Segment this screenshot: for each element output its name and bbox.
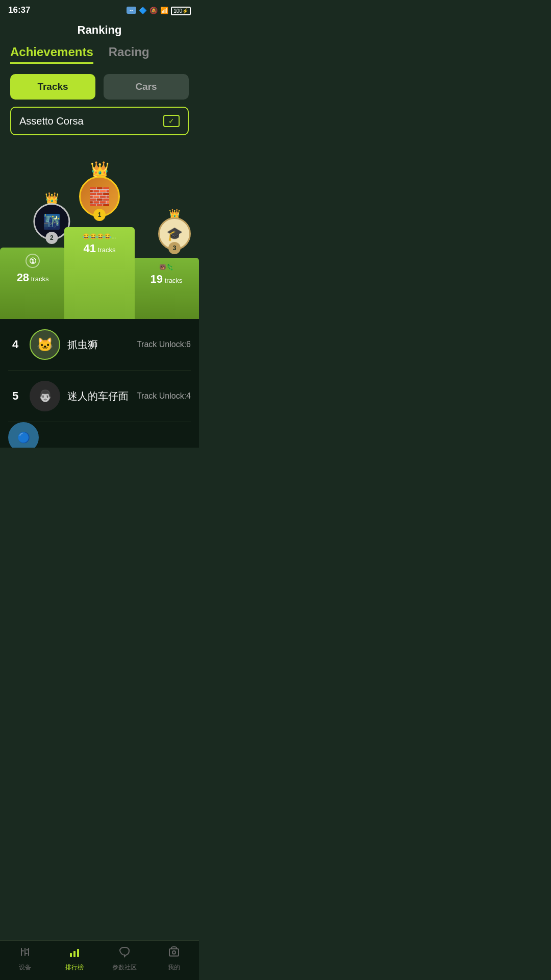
platform-rank-2nd: ① <box>26 254 40 268</box>
podium-section: 👑 🌃 2 👑 🧱 1 👑 🎓 3 <box>0 135 199 319</box>
platform-box-3rd: 🐻🦎 19 tracks <box>134 258 199 319</box>
status-time: 16:37 <box>8 5 30 15</box>
usb-icon: ↔ <box>127 7 136 14</box>
tab-achievements[interactable]: Achievements <box>10 45 93 64</box>
rank-4: 4 <box>8 338 22 351</box>
leaderboard-item-6-partial: 🔵 <box>8 422 191 448</box>
page-title: Ranking <box>0 18 199 45</box>
status-bar: 16:37 ↔ 🔷 🔕 📶 100⚡ <box>0 0 199 18</box>
platform-box-1st: 😂😂😂😂... 41 tracks <box>64 227 135 319</box>
dropdown-value: Assetto Corsa <box>19 115 84 127</box>
status-icons: ↔ 🔷 🔕 📶 100⚡ <box>127 7 191 14</box>
dropdown-arrow-icon: ✓ <box>163 115 180 127</box>
avatar-6-partial: 🔵 <box>8 422 39 448</box>
platform-count-1st: 41 tracks <box>84 242 116 255</box>
avatar-1st: 👑 🧱 1 <box>79 160 120 217</box>
wifi-icon: 📶 <box>160 7 168 14</box>
platform-username-1st: 😂😂😂😂... <box>83 233 116 240</box>
name-4: 抓虫狮 <box>67 338 130 352</box>
subtab-tracks[interactable]: Tracks <box>10 74 95 100</box>
tab-racing[interactable]: Racing <box>109 45 149 64</box>
platform-count-3rd: 19 tracks <box>151 273 183 286</box>
sub-tabs: Tracks Cars <box>0 66 199 100</box>
platform-username-3rd: 🐻🦎 <box>159 264 173 271</box>
score-5: Track Unlock:4 <box>137 391 191 401</box>
score-4: Track Unlock:6 <box>137 340 191 349</box>
game-dropdown[interactable]: Assetto Corsa ✓ <box>10 107 189 135</box>
name-5: 迷人的车仔面 <box>67 389 130 403</box>
bluetooth-icon: 🔷 <box>139 7 147 14</box>
main-tabs: Achievements Racing <box>0 45 199 66</box>
avatar-4: 🐱 <box>30 329 60 360</box>
platform-2nd: ① 28 tracks <box>0 248 65 319</box>
battery-icon: 100⚡ <box>171 7 191 14</box>
rank-5: 5 <box>8 389 22 403</box>
crown-1st: 👑 <box>90 160 109 178</box>
leaderboard-item-4: 4 🐱 抓虫狮 Track Unlock:6 <box>8 319 191 371</box>
mute-icon: 🔕 <box>149 7 158 14</box>
leaderboard-list: 4 🐱 抓虫狮 Track Unlock:6 5 👨 迷人的车仔面 Track … <box>0 319 199 448</box>
platform-1st: 😂😂😂😂... 41 tracks <box>64 227 135 319</box>
subtab-cars[interactable]: Cars <box>104 74 189 100</box>
platform-3rd: 🐻🦎 19 tracks <box>134 258 199 319</box>
platform-box-2nd: ① 28 tracks <box>0 248 65 319</box>
leaderboard-item-5: 5 👨 迷人的车仔面 Track Unlock:4 <box>8 371 191 422</box>
rank-badge-1st: 1 <box>93 209 106 221</box>
avatar-5: 👨 <box>30 381 60 411</box>
platform-count-2nd: 28 tracks <box>17 271 49 284</box>
podium-platforms: ① 28 tracks 😂😂😂😂... 41 tracks 🐻🦎 1 <box>0 227 199 319</box>
